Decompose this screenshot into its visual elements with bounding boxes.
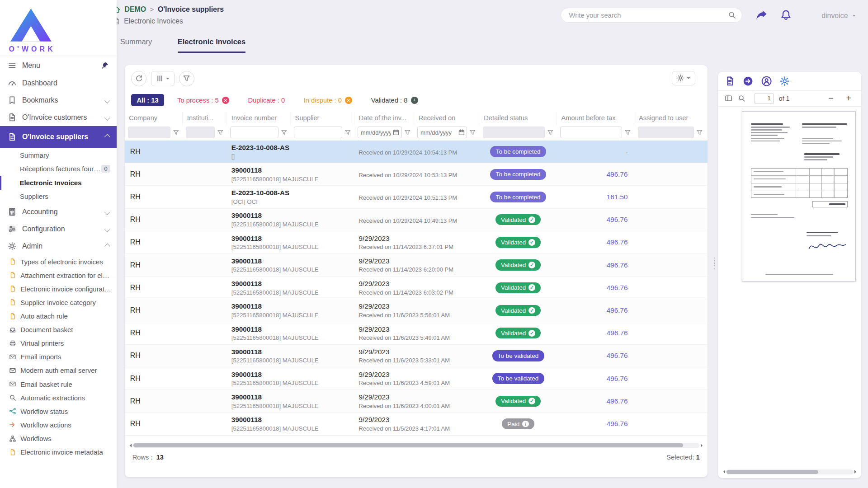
chip-in-dispute[interactable]: In dispute : 0 ✕ — [298, 94, 358, 106]
sidebar-item-electronic-invoices[interactable]: Electronic Invoices — [0, 176, 117, 190]
preview-scrollbar-thumb[interactable] — [726, 470, 818, 474]
search-input[interactable] — [561, 8, 742, 23]
sidebar-item-automatic-extractions[interactable]: Automatic extractions — [0, 391, 117, 404]
tab-electronic-invoices[interactable]: Electronic Invoices — [178, 38, 246, 53]
assigned-user-icon[interactable] — [761, 76, 772, 86]
sidebar-item-auto-attach-rule[interactable]: Auto attach rule — [0, 309, 117, 323]
column-header-detailed-status[interactable]: Detailed status — [479, 112, 557, 124]
preview-horizontal-scrollbar[interactable] — [722, 469, 858, 475]
amount-link[interactable]: 161.50 — [607, 193, 628, 201]
table-row[interactable]: RH 39000118 [52251165800018] MAJUSCULE 9… — [125, 367, 708, 390]
amount-link[interactable]: 496.76 — [607, 306, 628, 314]
page-number-input[interactable] — [755, 94, 774, 103]
search-icon[interactable] — [728, 11, 736, 19]
sidebar-item-configuration[interactable]: Configuration — [0, 221, 117, 238]
pdf-search-icon[interactable] — [738, 94, 745, 102]
table-row[interactable]: RH 39000118 [52251165800018] MAJUSCULE 9… — [125, 345, 708, 367]
sidebar-item-summary[interactable]: Summary — [0, 148, 117, 162]
column-header-supplier[interactable]: Supplier — [291, 112, 354, 124]
amount-link[interactable]: 496.76 — [607, 352, 628, 360]
chip-icon[interactable]: ✕ — [345, 97, 352, 104]
invoice-preview-page[interactable] — [742, 111, 856, 282]
zoom-in-button[interactable]: + — [843, 94, 855, 103]
sidebar-item-email-imports[interactable]: Email imports — [0, 350, 117, 364]
sidebar-item-electronic-invoice-metadata[interactable]: Electronic invoice metadata — [0, 446, 117, 459]
scroll-right-arrow[interactable] — [701, 444, 704, 447]
sidebar-item-bookmarks[interactable]: Bookmarks — [0, 92, 117, 109]
sidebar-item-document-basket[interactable]: Document basket — [0, 323, 117, 337]
scrollbar-thumb[interactable] — [133, 443, 683, 447]
amount-link[interactable]: 496.76 — [607, 261, 628, 269]
zoom-out-button[interactable]: − — [825, 94, 837, 103]
amount-link[interactable]: 496.76 — [607, 375, 628, 383]
table-row[interactable]: RH 39000118 [52251165800018] MAJUSCULE 9… — [125, 299, 708, 322]
chip-duplicate[interactable]: Duplicate : 0 — [242, 94, 290, 106]
amount-link[interactable]: 496.76 — [607, 170, 628, 178]
breadcrumb-home[interactable]: DEMO — [124, 5, 146, 14]
notifications-bell-icon[interactable] — [780, 9, 792, 21]
sidebar-item-virtual-printers[interactable]: Virtual printers — [0, 337, 117, 350]
filter-funnel-icon[interactable] — [404, 129, 411, 136]
filter-input[interactable] — [294, 127, 342, 138]
sidebar-item-workflows[interactable]: Workflows — [0, 432, 117, 445]
column-header-amount-before-tax[interactable]: Amount before tax — [557, 112, 634, 124]
sidebar-item-modern-auth-email-server[interactable]: Modern auth email server — [0, 364, 117, 377]
menu-toggle[interactable]: Menu — [0, 56, 117, 75]
filter-input[interactable] — [483, 127, 545, 138]
columns-button[interactable] — [151, 71, 175, 86]
filter-input[interactable] — [128, 127, 170, 138]
filter-funnel-icon[interactable] — [281, 129, 288, 136]
amount-link[interactable]: 496.76 — [607, 238, 628, 246]
scrollbar-track[interactable] — [132, 443, 699, 448]
sidebar-item-admin[interactable]: Admin — [0, 238, 117, 255]
column-header-company[interactable]: Company — [125, 112, 183, 124]
amount-link[interactable]: 496.76 — [607, 397, 628, 405]
filter-funnel-icon[interactable] — [344, 129, 351, 136]
table-row[interactable]: RH 39000118 [52251165800018] MAJUSCULE 9… — [125, 413, 708, 435]
sidebar-item-dashboard[interactable]: Dashboard — [0, 75, 117, 92]
table-row[interactable]: RH 39000118 [52251165800018] MAJUSCULE R… — [125, 163, 708, 186]
amount-link[interactable]: 496.76 — [607, 329, 628, 337]
filter-input[interactable] — [638, 127, 694, 138]
filter-funnel-icon[interactable] — [173, 129, 179, 136]
share-icon[interactable] — [755, 9, 768, 22]
filter-input[interactable] — [186, 127, 215, 138]
amount-link[interactable]: 496.76 — [607, 216, 628, 224]
amount-link[interactable]: 496.76 — [607, 420, 628, 428]
filter-input[interactable] — [230, 127, 278, 138]
preview-scrollbar-track[interactable] — [726, 469, 854, 474]
logo[interactable]: O'WORK — [0, 0, 117, 56]
sidebar-item-workflow-actions[interactable]: Workflow actions — [0, 418, 117, 432]
sidebar-item-oinvoice-suppliers[interactable]: O'Invoice suppliers — [0, 126, 117, 148]
filter-funnel-icon[interactable] — [217, 129, 224, 136]
column-header-date-of-the-inv-[interactable]: Date of the inv... — [354, 112, 414, 124]
table-row[interactable]: RH 39000118 [52251165800018] MAJUSCULE 9… — [125, 277, 708, 299]
chip-icon[interactable]: ✕ — [222, 97, 229, 104]
sidebar-item-receptions-factures[interactable]: Réceptions factures fournisseurs 0 — [0, 162, 117, 176]
sidebar-item-accounting[interactable]: Accounting — [0, 203, 117, 221]
panel-resize-handle[interactable]: ⋮⋮ — [710, 258, 718, 268]
refresh-button[interactable] — [131, 71, 146, 86]
filter-funnel-icon[interactable] — [547, 129, 554, 136]
filter-funnel-icon[interactable] — [696, 129, 703, 136]
chip-icon[interactable]: + — [411, 97, 418, 104]
table-row[interactable]: RH E-2023-10-008-AS [OCI] OCI Received o… — [125, 186, 708, 208]
filter-button[interactable] — [179, 71, 194, 86]
sidebar-item-suppliers[interactable]: Suppliers — [0, 190, 117, 204]
sidebar-item-types-of-electronic-invoices[interactable]: Types of electronic invoices — [0, 255, 117, 268]
preview-scroll-left-arrow[interactable] — [722, 470, 725, 474]
chip-all[interactable]: All : 13 — [131, 94, 164, 106]
sidebar-item-workflow-status[interactable]: Workflow status — [0, 404, 117, 418]
chip-to-process[interactable]: To process : 5 ✕ — [172, 94, 235, 106]
filter-funnel-icon[interactable] — [469, 129, 476, 136]
sidebar-item-email-basket-rule[interactable]: Email basket rule — [0, 377, 117, 391]
table-row[interactable]: RH 39000118 [52251165800018] MAJUSCULE 9… — [125, 231, 708, 254]
column-header-assigned-to-user[interactable]: Assigned to user — [634, 112, 706, 124]
sidebar-item-electronic-invoice-configuration[interactable]: Electronic invoice configuration — [0, 282, 117, 296]
scroll-left-arrow[interactable] — [128, 444, 132, 447]
filter-input[interactable] — [560, 127, 622, 138]
column-header-received-on[interactable]: Received on — [414, 112, 479, 124]
sidebar-item-supplier-invoice-category[interactable]: Supplier invoice category — [0, 296, 117, 309]
filter-funnel-icon[interactable] — [624, 129, 631, 136]
table-row[interactable]: RH 39000118 [52251165800018] MAJUSCULE 9… — [125, 322, 708, 345]
